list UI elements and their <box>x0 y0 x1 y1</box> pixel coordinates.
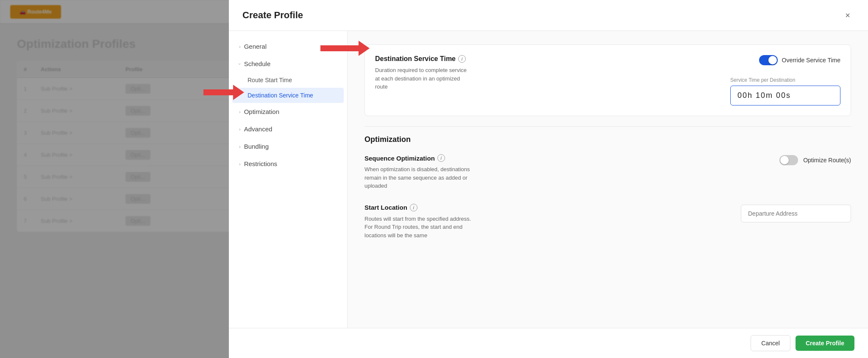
sequence-optimization-row: Sequence Optimization i When optimizatio… <box>364 154 851 190</box>
sidebar-item-route-start-time[interactable]: Route Start Time <box>229 72 347 88</box>
chevron-icon: › <box>239 144 241 149</box>
optimize-routes-label: Optimize Route(s) <box>803 157 851 164</box>
dst-title-block: Destination Service Time i Duration requ… <box>375 55 730 91</box>
dst-toggle-row: Override Service Time <box>759 55 840 65</box>
chevron-icon: › <box>239 161 241 167</box>
create-profile-modal: Create Profile × › General › Schedule Ro… <box>229 0 868 358</box>
optimize-routes-toggle[interactable] <box>779 155 798 165</box>
sidebar-item-advanced-label: Advanced <box>244 125 273 133</box>
sidebar-item-general[interactable]: › General <box>229 38 347 55</box>
departure-address-input[interactable] <box>741 205 851 222</box>
sidebar-item-optimization[interactable]: › Optimization <box>229 103 347 120</box>
sidebar-item-schedule-label: Schedule <box>244 60 271 67</box>
sidebar-item-route-start-time-label: Route Start Time <box>248 77 292 83</box>
modal-sidebar: › General › Schedule Route Start Time De… <box>229 31 348 328</box>
optimization-section: Optimization Sequence Optimization i Whe… <box>364 135 851 239</box>
modal-main-content: Destination Service Time i Duration requ… <box>348 31 868 328</box>
section-divider <box>364 126 851 127</box>
toggle-thumb <box>768 56 777 64</box>
sequence-opt-title: Sequence Optimization i <box>364 154 779 162</box>
start-location-desc: Routes will start from the specified add… <box>364 215 475 240</box>
sidebar-item-restrictions-label: Restrictions <box>244 160 277 167</box>
override-service-time-toggle[interactable] <box>759 55 778 65</box>
sidebar-item-dst-label: Destination Service Time <box>248 92 313 99</box>
modal-title: Create Profile <box>242 10 303 21</box>
cancel-button[interactable]: Cancel <box>751 335 790 351</box>
dst-toggle-area: Override Service Time Service Time per D… <box>730 55 840 105</box>
start-location-title-text: Start Location <box>364 204 407 211</box>
start-location-right <box>741 204 851 222</box>
optimization-section-title: Optimization <box>364 135 851 144</box>
sidebar-item-restrictions[interactable]: › Restrictions <box>229 155 347 172</box>
start-location-row: Start Location i Routes will start from … <box>364 204 851 240</box>
create-profile-button[interactable]: Create Profile <box>796 336 854 351</box>
sidebar-item-optimization-label: Optimization <box>244 108 279 115</box>
sidebar-item-general-label: General <box>244 43 267 50</box>
sidebar-item-bundling-label: Bundling <box>244 143 269 150</box>
chevron-icon: › <box>239 127 241 132</box>
start-location-left: Start Location i Routes will start from … <box>364 204 741 240</box>
modal-footer: Cancel Create Profile <box>229 328 868 358</box>
dst-section-title: Destination Service Time i <box>375 55 730 63</box>
dst-toggle-label: Override Service Time <box>782 57 840 64</box>
chevron-icon: › <box>237 63 242 65</box>
dst-info-icon[interactable]: i <box>458 55 466 63</box>
dst-title-text: Destination Service Time <box>375 55 456 63</box>
start-location-info-icon[interactable]: i <box>410 204 417 211</box>
modal-body: › General › Schedule Route Start Time De… <box>229 31 868 328</box>
sidebar-item-advanced[interactable]: › Advanced <box>229 120 347 138</box>
destination-service-time-section: Destination Service Time i Duration requ… <box>364 44 851 116</box>
sequence-opt-title-text: Sequence Optimization <box>364 155 435 162</box>
sidebar-item-schedule[interactable]: › Schedule <box>229 55 347 72</box>
time-input-group: Service Time per Destination 00h 10m 00s <box>730 77 840 105</box>
time-input-label: Service Time per Destination <box>730 77 840 83</box>
sequence-opt-desc: When optimization is disabled, destinati… <box>364 165 475 190</box>
sequence-opt-right: Optimize Route(s) <box>779 154 851 165</box>
sequence-opt-info-icon[interactable]: i <box>437 154 445 162</box>
chevron-icon: › <box>239 109 241 114</box>
sidebar-item-destination-service-time[interactable]: Destination Service Time <box>232 88 344 103</box>
modal-header: Create Profile × <box>229 0 868 31</box>
time-input-box[interactable]: 00h 10m 00s <box>730 86 840 105</box>
dst-description: Duration required to complete service at… <box>375 66 468 91</box>
close-button[interactable]: × <box>841 8 854 22</box>
sidebar-item-bundling[interactable]: › Bundling <box>229 138 347 155</box>
sequence-opt-left: Sequence Optimization i When optimizatio… <box>364 154 779 190</box>
chevron-icon: › <box>239 44 241 49</box>
start-location-title: Start Location i <box>364 204 741 211</box>
